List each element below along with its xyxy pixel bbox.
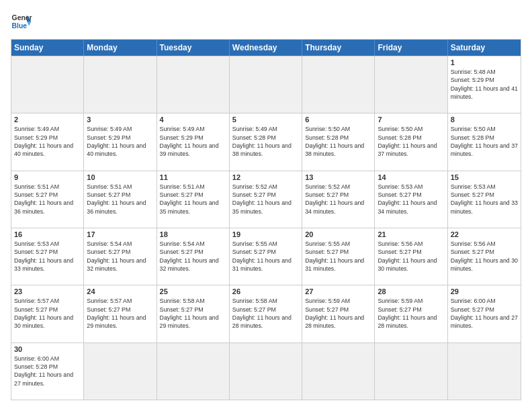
calendar-cell: 12Sunrise: 5:52 AMSunset: 5:27 PMDayligh…: [230, 171, 302, 228]
calendar-cell: 9Sunrise: 5:51 AMSunset: 5:27 PMDaylight…: [11, 171, 84, 228]
calendar-cell: [302, 343, 375, 400]
day-number: 18: [160, 230, 226, 238]
day-number: 5: [232, 116, 299, 124]
day-number: 1: [451, 58, 518, 66]
day-info: Sunrise: 5:51 AMSunset: 5:27 PMDaylight:…: [160, 183, 226, 216]
day-info: Sunrise: 5:50 AMSunset: 5:28 PMDaylight:…: [378, 125, 444, 158]
calendar-cell: 29Sunrise: 6:00 AMSunset: 5:27 PMDayligh…: [448, 285, 521, 342]
calendar-cell: 8Sunrise: 5:50 AMSunset: 5:28 PMDaylight…: [448, 113, 521, 170]
day-info: Sunrise: 5:54 AMSunset: 5:27 PMDaylight:…: [87, 240, 153, 273]
calendar-cell: 20Sunrise: 5:55 AMSunset: 5:27 PMDayligh…: [302, 228, 375, 285]
day-number: 8: [451, 116, 518, 124]
day-info: Sunrise: 5:53 AMSunset: 5:27 PMDaylight:…: [451, 183, 518, 216]
day-of-week-header: Wednesday: [230, 40, 302, 56]
calendar-body: 1Sunrise: 5:48 AMSunset: 5:29 PMDaylight…: [11, 56, 521, 400]
calendar-week-row: 9Sunrise: 5:51 AMSunset: 5:27 PMDaylight…: [11, 171, 521, 228]
day-info: Sunrise: 5:49 AMSunset: 5:29 PMDaylight:…: [14, 125, 81, 158]
day-of-week-header: Saturday: [448, 40, 521, 56]
day-number: 10: [87, 173, 153, 181]
day-info: Sunrise: 5:55 AMSunset: 5:27 PMDaylight:…: [232, 240, 299, 273]
calendar-week-row: 16Sunrise: 5:53 AMSunset: 5:27 PMDayligh…: [11, 228, 521, 285]
calendar-cell: 21Sunrise: 5:56 AMSunset: 5:27 PMDayligh…: [375, 228, 447, 285]
calendar-cell: 19Sunrise: 5:55 AMSunset: 5:27 PMDayligh…: [230, 228, 302, 285]
calendar-week-row: 30Sunrise: 6:00 AMSunset: 5:28 PMDayligh…: [11, 342, 521, 400]
day-info: Sunrise: 5:57 AMSunset: 5:27 PMDaylight:…: [87, 297, 153, 330]
calendar-cell: 14Sunrise: 5:53 AMSunset: 5:27 PMDayligh…: [375, 171, 447, 228]
day-number: 23: [14, 287, 81, 295]
day-info: Sunrise: 5:49 AMSunset: 5:29 PMDaylight:…: [87, 125, 153, 158]
day-info: Sunrise: 5:58 AMSunset: 5:27 PMDaylight:…: [232, 297, 299, 330]
calendar-cell: 5Sunrise: 5:49 AMSunset: 5:28 PMDaylight…: [230, 113, 302, 170]
day-info: Sunrise: 5:59 AMSunset: 5:27 PMDaylight:…: [305, 297, 371, 330]
calendar-cell: 17Sunrise: 5:54 AMSunset: 5:27 PMDayligh…: [84, 228, 157, 285]
day-of-week-header: Thursday: [302, 40, 375, 56]
calendar-cell: [230, 343, 302, 400]
day-info: Sunrise: 5:51 AMSunset: 5:27 PMDaylight:…: [14, 183, 81, 216]
calendar-cell: 7Sunrise: 5:50 AMSunset: 5:28 PMDaylight…: [375, 113, 447, 170]
day-info: Sunrise: 5:50 AMSunset: 5:28 PMDaylight:…: [305, 125, 371, 158]
day-number: 26: [232, 287, 299, 295]
calendar-cell: 28Sunrise: 5:59 AMSunset: 5:27 PMDayligh…: [375, 285, 447, 342]
day-info: Sunrise: 5:55 AMSunset: 5:27 PMDaylight:…: [305, 240, 371, 273]
day-number: 27: [305, 287, 371, 295]
page: General Blue SundayMondayTuesdayWednesda…: [0, 0, 532, 411]
calendar-cell: 15Sunrise: 5:53 AMSunset: 5:27 PMDayligh…: [448, 171, 521, 228]
day-info: Sunrise: 5:56 AMSunset: 5:27 PMDaylight:…: [378, 240, 444, 273]
calendar-cell: 16Sunrise: 5:53 AMSunset: 5:27 PMDayligh…: [11, 228, 84, 285]
calendar-cell: 11Sunrise: 5:51 AMSunset: 5:27 PMDayligh…: [157, 171, 230, 228]
day-number: 9: [14, 173, 81, 181]
calendar-cell: 30Sunrise: 6:00 AMSunset: 5:28 PMDayligh…: [11, 343, 84, 400]
calendar-cell: [302, 56, 375, 113]
general-blue-logo-icon: General Blue: [11, 11, 32, 32]
day-number: 17: [87, 230, 153, 238]
calendar-cell: 22Sunrise: 5:56 AMSunset: 5:27 PMDayligh…: [448, 228, 521, 285]
day-info: Sunrise: 5:53 AMSunset: 5:27 PMDaylight:…: [14, 240, 81, 273]
day-number: 28: [378, 287, 444, 295]
day-of-week-header: Friday: [375, 40, 447, 56]
calendar-week-row: 2Sunrise: 5:49 AMSunset: 5:29 PMDaylight…: [11, 113, 521, 170]
day-info: Sunrise: 6:00 AMSunset: 5:27 PMDaylight:…: [451, 297, 518, 330]
day-number: 20: [305, 230, 371, 238]
day-number: 4: [160, 116, 226, 124]
calendar-cell: 13Sunrise: 5:52 AMSunset: 5:27 PMDayligh…: [302, 171, 375, 228]
day-info: Sunrise: 5:57 AMSunset: 5:27 PMDaylight:…: [14, 297, 81, 330]
calendar-cell: [375, 343, 447, 400]
day-info: Sunrise: 5:48 AMSunset: 5:29 PMDaylight:…: [451, 68, 518, 101]
calendar-cell: [230, 56, 302, 113]
day-info: Sunrise: 5:49 AMSunset: 5:28 PMDaylight:…: [232, 125, 299, 158]
day-number: 30: [14, 345, 81, 353]
calendar-cell: [448, 343, 521, 400]
calendar: SundayMondayTuesdayWednesdayThursdayFrid…: [11, 39, 521, 400]
day-info: Sunrise: 5:58 AMSunset: 5:27 PMDaylight:…: [160, 297, 226, 330]
calendar-cell: [375, 56, 447, 113]
day-of-week-header: Sunday: [11, 40, 84, 56]
calendar-week-row: 23Sunrise: 5:57 AMSunset: 5:27 PMDayligh…: [11, 285, 521, 342]
day-info: Sunrise: 5:49 AMSunset: 5:29 PMDaylight:…: [160, 125, 226, 158]
day-number: 21: [378, 230, 444, 238]
day-number: 15: [451, 173, 518, 181]
calendar-cell: [84, 56, 157, 113]
calendar-cell: 6Sunrise: 5:50 AMSunset: 5:28 PMDaylight…: [302, 113, 375, 170]
day-info: Sunrise: 5:56 AMSunset: 5:27 PMDaylight:…: [451, 240, 518, 273]
day-number: 2: [14, 116, 81, 124]
calendar-cell: 1Sunrise: 5:48 AMSunset: 5:29 PMDaylight…: [448, 56, 521, 113]
calendar-cell: [157, 56, 230, 113]
day-number: 13: [305, 173, 371, 181]
svg-marker-3: [27, 21, 31, 26]
day-number: 3: [87, 116, 153, 124]
day-info: Sunrise: 5:52 AMSunset: 5:27 PMDaylight:…: [305, 183, 371, 216]
calendar-cell: [84, 343, 157, 400]
calendar-cell: [157, 343, 230, 400]
day-number: 16: [14, 230, 81, 238]
day-number: 14: [378, 173, 444, 181]
day-number: 19: [232, 230, 299, 238]
day-info: Sunrise: 5:50 AMSunset: 5:28 PMDaylight:…: [451, 125, 518, 158]
day-number: 29: [451, 287, 518, 295]
calendar-cell: 10Sunrise: 5:51 AMSunset: 5:27 PMDayligh…: [84, 171, 157, 228]
day-number: 12: [232, 173, 299, 181]
svg-text:Blue: Blue: [12, 22, 28, 30]
calendar-cell: 25Sunrise: 5:58 AMSunset: 5:27 PMDayligh…: [157, 285, 230, 342]
day-number: 11: [160, 173, 226, 181]
logo: General Blue: [11, 11, 32, 32]
day-number: 24: [87, 287, 153, 295]
